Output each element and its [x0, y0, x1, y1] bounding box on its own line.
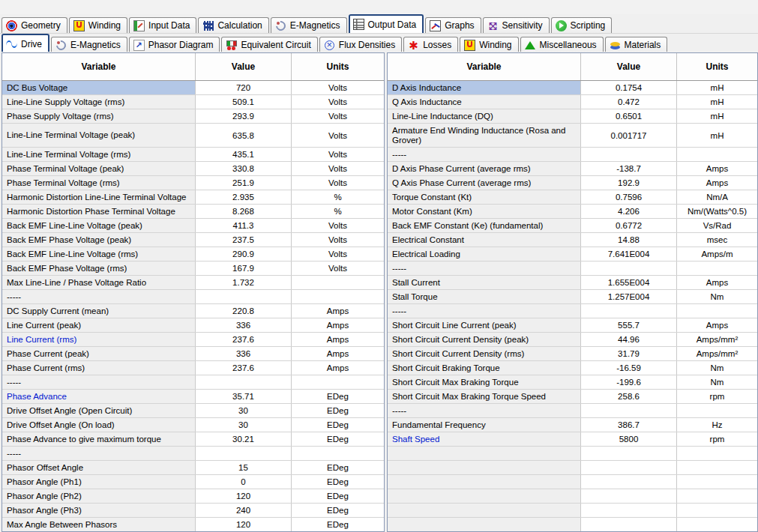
table-row[interactable]: Short Circuit Max Braking Torque Speed 2…	[388, 390, 757, 404]
value-cell[interactable]: 720	[196, 81, 292, 94]
variable-cell[interactable]: Harmonic Distortion Line-Line Terminal V…	[2, 190, 196, 204]
table-row[interactable]: Armature End Winding Inductance (Rosa an…	[388, 124, 757, 148]
variable-cell[interactable]: Torque Constant (Kt)	[388, 190, 581, 204]
variable-cell[interactable]: Q Axis Inductance	[388, 95, 581, 109]
menu-item-view[interactable]	[87, 7, 99, 8]
column-header-value[interactable]: Value	[581, 53, 677, 80]
table-row[interactable]: Short Circuit Current Density (peak) 44.…	[388, 333, 757, 347]
table-row[interactable]: -----	[388, 304, 757, 318]
value-cell[interactable]: 44.96	[581, 333, 677, 346]
menu-item-motor-type[interactable]	[39, 7, 51, 8]
table-row[interactable]: Phasor Offset Angle 15 EDeg	[2, 461, 384, 475]
value-cell[interactable]	[581, 404, 677, 417]
variable-cell[interactable]: Stall Current	[388, 276, 581, 289]
value-cell[interactable]: 31.79	[581, 347, 677, 360]
value-cell[interactable]: 8.268	[196, 205, 292, 218]
menu-item-model[interactable]	[27, 7, 39, 8]
variable-cell[interactable]: Short Circuit Line Current (peak)	[388, 318, 581, 332]
table-row[interactable]: Back EMF Line-Line Voltage (peak) 411.3 …	[2, 219, 384, 233]
table-row[interactable]: Back EMF Constant (Ke) (fundamental) 0.6…	[388, 219, 757, 233]
value-cell[interactable]	[581, 475, 677, 489]
variable-cell[interactable]: Back EMF Line-Line Voltage (rms)	[2, 247, 196, 261]
column-header-value[interactable]: Value	[196, 53, 292, 80]
variable-cell[interactable]	[388, 489, 581, 503]
value-cell[interactable]	[581, 518, 677, 531]
table-row[interactable]: Line Current (rms) 237.6 Amps	[2, 333, 384, 347]
sub-tab-miscellaneous[interactable]: Miscellaneous	[520, 37, 604, 52]
variable-cell[interactable]: Short Circuit Max Braking Torque	[388, 375, 581, 389]
table-row[interactable]: Max Angle Between Phasors 120 EDeg	[2, 518, 384, 532]
table-row[interactable]	[388, 489, 757, 504]
sub-tab-materials[interactable]: Materials	[605, 37, 668, 52]
table-row[interactable]: Phasor Angle (Ph2) 120 EDeg	[2, 489, 384, 504]
value-cell[interactable]: 7.641E004	[581, 247, 677, 261]
menu-item-file[interactable]	[3, 7, 15, 8]
value-cell[interactable]: 15	[196, 461, 292, 474]
menu-item-help[interactable]	[147, 7, 159, 8]
value-cell[interactable]: 0.7596	[581, 190, 677, 204]
value-cell[interactable]: 555.7	[581, 318, 677, 332]
value-cell[interactable]: 1.655E004	[581, 276, 677, 289]
value-cell[interactable]: -138.7	[581, 162, 677, 175]
value-cell[interactable]: 509.1	[196, 95, 292, 109]
value-cell[interactable]: 0.472	[581, 95, 677, 109]
table-row[interactable]: Short Circuit Line Current (peak) 555.7 …	[388, 318, 757, 333]
variable-cell[interactable]	[388, 475, 581, 489]
main-tab-graphs[interactable]: Graphs	[425, 17, 481, 33]
variable-cell[interactable]: Phase Terminal Voltage (peak)	[2, 162, 196, 175]
table-row[interactable]: Max Line-Line / Phase Voltage Ratio 1.73…	[2, 276, 384, 290]
value-cell[interactable]: -199.6	[581, 375, 677, 389]
table-row[interactable]	[388, 475, 757, 489]
main-tab-e-magnetics[interactable]: E-Magnetics	[271, 17, 347, 33]
table-row[interactable]: Phase Current (peak) 336 Amps	[2, 347, 384, 361]
value-cell[interactable]: 4.206	[581, 205, 677, 218]
table-row[interactable]: -----	[388, 148, 757, 162]
table-row[interactable]: -----	[2, 290, 384, 304]
main-tab-sensitivity[interactable]: Sensitivity	[483, 17, 550, 33]
table-row[interactable]	[388, 504, 757, 518]
variable-cell[interactable]: D Axis Inductance	[388, 81, 581, 94]
variable-cell[interactable]: Line Current (peak)	[2, 318, 196, 332]
value-cell[interactable]: 435.1	[196, 148, 292, 161]
variable-cell[interactable]: DC Supply Current (mean)	[2, 304, 196, 318]
variable-cell[interactable]: Back EMF Constant (Ke) (fundamental)	[388, 219, 581, 232]
value-cell[interactable]: 220.8	[196, 304, 292, 318]
value-cell[interactable]: 237.6	[196, 361, 292, 375]
table-row[interactable]: Back EMF Phase Voltage (rms) 167.9 Volts	[2, 262, 384, 276]
variable-cell[interactable]: Short Circuit Max Braking Torque Speed	[388, 390, 581, 403]
variable-cell[interactable]: Back EMF Line-Line Voltage (peak)	[2, 219, 196, 232]
table-row[interactable]: Electrical Constant 14.88 msec	[388, 233, 757, 247]
variable-cell[interactable]: Back EMF Phase Voltage (peak)	[2, 233, 196, 247]
value-cell[interactable]: 30	[196, 418, 292, 432]
table-row[interactable]: Phase Supply Voltage (rms) 293.9 Volts	[2, 109, 384, 124]
value-cell[interactable]: 120	[196, 518, 292, 531]
table-row[interactable]: Harmonic Distortion Line-Line Terminal V…	[2, 190, 384, 205]
value-cell[interactable]	[581, 447, 677, 460]
menu-item-results[interactable]	[99, 7, 111, 8]
variable-cell[interactable]: Line Current (rms)	[2, 333, 196, 346]
variable-cell[interactable]	[388, 518, 581, 531]
value-cell[interactable]: 251.9	[196, 176, 292, 190]
variable-cell[interactable]: Fundamental Frequency	[388, 418, 581, 432]
column-header-variable[interactable]: Variable	[388, 53, 581, 80]
table-row[interactable]: D Axis Inductance 0.1754 mH	[388, 81, 757, 95]
table-row[interactable]: Phase Advance to give maximum torque 30.…	[2, 432, 384, 447]
table-row[interactable]: -----	[388, 404, 757, 418]
variable-cell[interactable]: Armature End Winding Inductance (Rosa an…	[388, 124, 581, 147]
table-row[interactable]: -----	[2, 447, 384, 461]
main-tab-winding[interactable]: Winding	[69, 17, 127, 33]
menu-item-defaults[interactable]	[63, 7, 75, 8]
table-row[interactable]	[388, 447, 757, 461]
table-row[interactable]	[388, 518, 757, 532]
variable-cell[interactable]: Harmonic Distortion Phase Terminal Volta…	[2, 205, 196, 218]
value-cell[interactable]	[581, 461, 677, 474]
sub-tab-phasor-diagram[interactable]: Phasor Diagram	[129, 37, 220, 52]
variable-cell[interactable]: Q Axis Phase Current (average rms)	[388, 176, 581, 190]
table-row[interactable]: Motor Constant (Km) 4.206 Nm/(Watts^0.5)	[388, 205, 757, 219]
table-row[interactable]: Line Current (peak) 336 Amps	[2, 318, 384, 333]
value-cell[interactable]	[581, 304, 677, 318]
menu-item-options[interactable]	[51, 7, 63, 8]
value-cell[interactable]: 120	[196, 489, 292, 503]
value-cell[interactable]	[581, 148, 677, 161]
value-cell[interactable]: 192.9	[581, 176, 677, 190]
